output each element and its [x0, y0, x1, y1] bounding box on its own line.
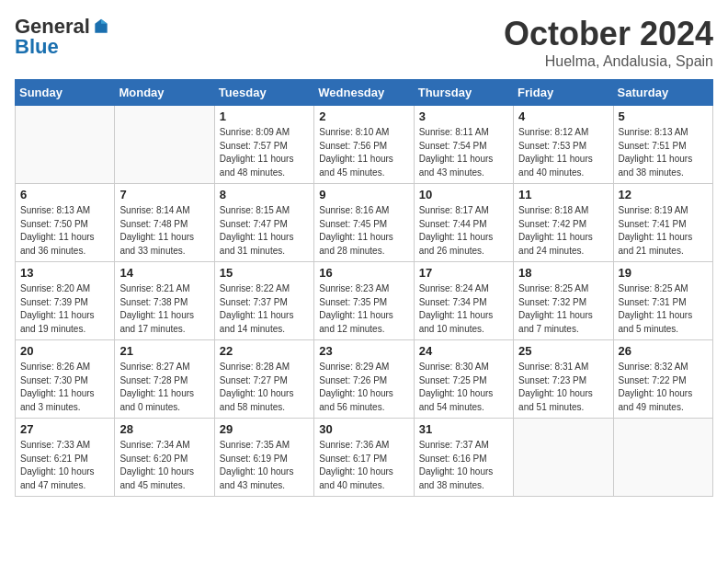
day-number: 16 [319, 266, 408, 280]
calendar-week-row-5: 27Sunrise: 7:33 AM Sunset: 6:21 PM Dayli… [16, 419, 713, 497]
weekday-header-sunday: Sunday [16, 80, 115, 106]
day-info: Sunrise: 8:19 AM Sunset: 7:41 PM Dayligh… [619, 204, 708, 258]
calendar-cell-week1-day6: 4Sunrise: 8:12 AM Sunset: 7:53 PM Daylig… [514, 106, 613, 184]
calendar-cell-week1-day2 [115, 106, 214, 184]
day-number: 9 [319, 188, 408, 201]
logo-blue-text: Blue [15, 35, 59, 59]
day-number: 19 [619, 266, 708, 280]
day-number: 24 [419, 344, 508, 358]
day-info: Sunrise: 8:22 AM Sunset: 7:37 PM Dayligh… [220, 282, 309, 336]
day-number: 21 [119, 344, 209, 358]
calendar-cell-week2-day4: 9Sunrise: 8:16 AM Sunset: 7:45 PM Daylig… [314, 184, 414, 262]
calendar-cell-week1-day4: 2Sunrise: 8:10 AM Sunset: 7:56 PM Daylig… [314, 106, 414, 184]
calendar-cell-week4-day3: 22Sunrise: 8:28 AM Sunset: 7:27 PM Dayli… [214, 340, 313, 419]
calendar-cell-week1-day5: 3Sunrise: 8:11 AM Sunset: 7:54 PM Daylig… [414, 106, 513, 184]
page-header: General Blue October 2024 Huelma, Andalu… [15, 15, 713, 70]
calendar-cell-week2-day3: 8Sunrise: 8:15 AM Sunset: 7:47 PM Daylig… [214, 184, 313, 262]
day-info: Sunrise: 8:21 AM Sunset: 7:38 PM Dayligh… [119, 282, 209, 336]
calendar-cell-week3-day7: 19Sunrise: 8:25 AM Sunset: 7:31 PM Dayli… [613, 262, 712, 340]
calendar-cell-week4-day7: 26Sunrise: 8:32 AM Sunset: 7:22 PM Dayli… [613, 340, 712, 419]
day-info: Sunrise: 8:31 AM Sunset: 7:23 PM Dayligh… [518, 361, 608, 414]
day-number: 18 [518, 266, 608, 280]
calendar-table: SundayMondayTuesdayWednesdayThursdayFrid… [15, 79, 713, 497]
weekday-header-thursday: Thursday [414, 80, 513, 106]
calendar-cell-week5-day2: 28Sunrise: 7:34 AM Sunset: 6:20 PM Dayli… [115, 419, 214, 497]
day-number: 5 [619, 109, 708, 123]
day-number: 29 [220, 422, 309, 436]
calendar-cell-week5-day7 [613, 419, 712, 497]
day-info: Sunrise: 7:35 AM Sunset: 6:19 PM Dayligh… [220, 439, 309, 492]
day-number: 2 [319, 109, 408, 123]
day-info: Sunrise: 7:34 AM Sunset: 6:20 PM Dayligh… [119, 439, 209, 492]
weekday-header-friday: Friday [514, 80, 613, 106]
day-info: Sunrise: 8:14 AM Sunset: 7:48 PM Dayligh… [119, 204, 209, 258]
calendar-cell-week4-day6: 25Sunrise: 8:31 AM Sunset: 7:23 PM Dayli… [514, 340, 613, 419]
calendar-cell-week4-day4: 23Sunrise: 8:29 AM Sunset: 7:26 PM Dayli… [314, 340, 414, 419]
day-number: 14 [119, 266, 209, 280]
weekday-header-row: SundayMondayTuesdayWednesdayThursdayFrid… [16, 80, 713, 106]
calendar-week-row-2: 6Sunrise: 8:13 AM Sunset: 7:50 PM Daylig… [16, 184, 713, 262]
day-number: 30 [319, 422, 408, 436]
calendar-week-row-1: 1Sunrise: 8:09 AM Sunset: 7:57 PM Daylig… [16, 106, 713, 184]
day-number: 7 [119, 188, 209, 201]
calendar-cell-week3-day2: 14Sunrise: 8:21 AM Sunset: 7:38 PM Dayli… [115, 262, 214, 340]
logo-icon [92, 17, 110, 36]
weekday-header-tuesday: Tuesday [214, 80, 313, 106]
calendar-week-row-4: 20Sunrise: 8:26 AM Sunset: 7:30 PM Dayli… [16, 340, 713, 419]
day-info: Sunrise: 8:25 AM Sunset: 7:32 PM Dayligh… [518, 282, 608, 336]
calendar-cell-week1-day1 [16, 106, 115, 184]
calendar-week-row-3: 13Sunrise: 8:20 AM Sunset: 7:39 PM Dayli… [16, 262, 713, 340]
day-info: Sunrise: 8:16 AM Sunset: 7:45 PM Dayligh… [319, 204, 408, 258]
day-number: 25 [518, 344, 608, 358]
calendar-cell-week3-day3: 15Sunrise: 8:22 AM Sunset: 7:37 PM Dayli… [214, 262, 313, 340]
day-info: Sunrise: 7:37 AM Sunset: 6:16 PM Dayligh… [419, 439, 508, 492]
calendar-cell-week1-day7: 5Sunrise: 8:13 AM Sunset: 7:51 PM Daylig… [613, 106, 712, 184]
day-number: 1 [220, 109, 309, 123]
calendar-cell-week5-day4: 30Sunrise: 7:36 AM Sunset: 6:17 PM Dayli… [314, 419, 414, 497]
day-info: Sunrise: 8:26 AM Sunset: 7:30 PM Dayligh… [20, 361, 109, 414]
weekday-header-monday: Monday [115, 80, 214, 106]
day-info: Sunrise: 8:32 AM Sunset: 7:22 PM Dayligh… [619, 361, 708, 414]
calendar-cell-week3-day1: 13Sunrise: 8:20 AM Sunset: 7:39 PM Dayli… [16, 262, 115, 340]
calendar-cell-week5-day1: 27Sunrise: 7:33 AM Sunset: 6:21 PM Dayli… [16, 419, 115, 497]
calendar-cell-week4-day5: 24Sunrise: 8:30 AM Sunset: 7:25 PM Dayli… [414, 340, 513, 419]
day-number: 20 [20, 344, 109, 358]
day-info: Sunrise: 7:36 AM Sunset: 6:17 PM Dayligh… [319, 439, 408, 492]
day-number: 6 [20, 188, 109, 201]
day-info: Sunrise: 8:10 AM Sunset: 7:56 PM Dayligh… [319, 126, 408, 179]
day-number: 23 [319, 344, 408, 358]
day-info: Sunrise: 8:18 AM Sunset: 7:42 PM Dayligh… [518, 204, 608, 258]
day-number: 31 [419, 422, 508, 436]
day-info: Sunrise: 8:11 AM Sunset: 7:54 PM Dayligh… [419, 126, 508, 179]
day-info: Sunrise: 8:13 AM Sunset: 7:51 PM Dayligh… [619, 126, 708, 179]
day-info: Sunrise: 8:23 AM Sunset: 7:35 PM Dayligh… [319, 282, 408, 336]
day-number: 22 [220, 344, 309, 358]
day-info: Sunrise: 8:17 AM Sunset: 7:44 PM Dayligh… [419, 204, 508, 258]
day-info: Sunrise: 8:12 AM Sunset: 7:53 PM Dayligh… [518, 126, 608, 179]
day-info: Sunrise: 8:15 AM Sunset: 7:47 PM Dayligh… [220, 204, 309, 258]
day-number: 3 [419, 109, 508, 123]
day-info: Sunrise: 8:13 AM Sunset: 7:50 PM Dayligh… [20, 204, 109, 258]
day-number: 17 [419, 266, 508, 280]
day-info: Sunrise: 8:25 AM Sunset: 7:31 PM Dayligh… [619, 282, 708, 336]
day-info: Sunrise: 8:09 AM Sunset: 7:57 PM Dayligh… [220, 126, 309, 179]
day-info: Sunrise: 8:28 AM Sunset: 7:27 PM Dayligh… [220, 361, 309, 414]
title-block: October 2024 Huelma, Andalusia, Spain [504, 15, 713, 70]
logo: General Blue [15, 15, 110, 59]
weekday-header-saturday: Saturday [613, 80, 712, 106]
calendar-cell-week2-day6: 11Sunrise: 8:18 AM Sunset: 7:42 PM Dayli… [514, 184, 613, 262]
day-number: 8 [220, 188, 309, 201]
day-info: Sunrise: 8:24 AM Sunset: 7:34 PM Dayligh… [419, 282, 508, 336]
calendar-cell-week2-day2: 7Sunrise: 8:14 AM Sunset: 7:48 PM Daylig… [115, 184, 214, 262]
calendar-cell-week3-day4: 16Sunrise: 8:23 AM Sunset: 7:35 PM Dayli… [314, 262, 414, 340]
day-number: 12 [619, 188, 708, 201]
calendar-cell-week3-day5: 17Sunrise: 8:24 AM Sunset: 7:34 PM Dayli… [414, 262, 513, 340]
calendar-cell-week5-day5: 31Sunrise: 7:37 AM Sunset: 6:16 PM Dayli… [414, 419, 513, 497]
day-number: 4 [518, 109, 608, 123]
calendar-cell-week3-day6: 18Sunrise: 8:25 AM Sunset: 7:32 PM Dayli… [514, 262, 613, 340]
calendar-cell-week1-day3: 1Sunrise: 8:09 AM Sunset: 7:57 PM Daylig… [214, 106, 313, 184]
day-number: 15 [220, 266, 309, 280]
calendar-cell-week4-day2: 21Sunrise: 8:27 AM Sunset: 7:28 PM Dayli… [115, 340, 214, 419]
day-number: 11 [518, 188, 608, 201]
day-info: Sunrise: 8:27 AM Sunset: 7:28 PM Dayligh… [119, 361, 209, 414]
